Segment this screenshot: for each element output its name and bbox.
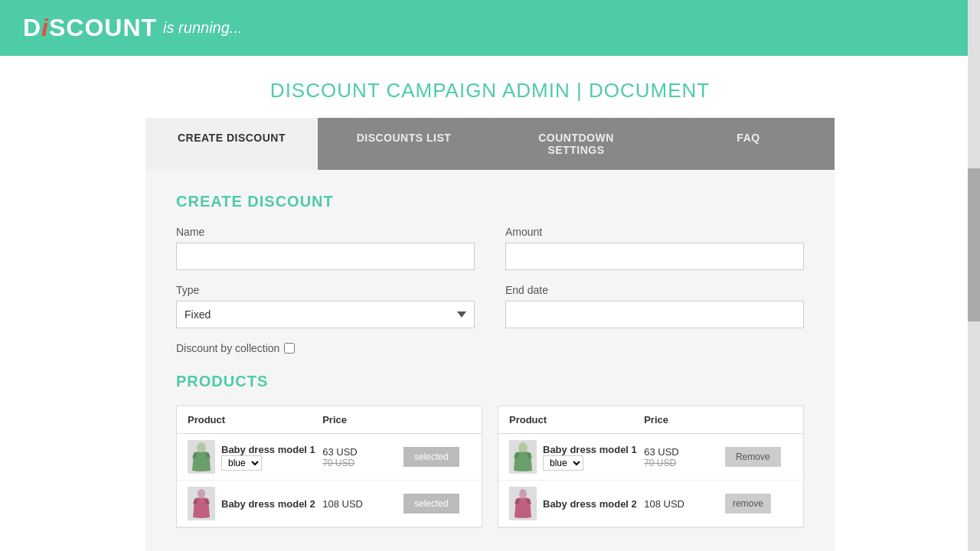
- right-variant-select-1[interactable]: blue: [543, 455, 583, 471]
- tabs-bar: CREATE DISCOUNT DISCOUNTS LIST COUNTDOWN…: [145, 118, 835, 170]
- right-product-variant-1: blue: [543, 455, 637, 471]
- app-tagline: is running...: [163, 19, 242, 37]
- left-variant-select-1[interactable]: blue: [221, 455, 262, 471]
- app-logo: DiSCOUNT: [23, 14, 157, 42]
- discount-by-collection-row: Discount by collection: [176, 342, 804, 354]
- right-product-price-2: 108 USD: [644, 498, 725, 510]
- discount-by-collection-label: Discount by collection: [176, 342, 279, 354]
- left-table-header: Product Price: [177, 406, 482, 434]
- right-product-name-1: Baby dress model 1: [543, 444, 637, 455]
- left-product-price-2: 108 USD: [322, 498, 403, 510]
- left-price-current-2: 108 USD: [322, 498, 403, 510]
- left-product-info-2: Baby dress model 2: [188, 487, 322, 520]
- tab-discounts-list[interactable]: DISCOUNTS LIST: [318, 118, 490, 170]
- right-product-name-block-2: Baby dress model 2: [543, 498, 637, 510]
- right-action-1: Remove: [725, 447, 792, 467]
- logo-d: D: [23, 14, 41, 41]
- products-grid: Product Price: [176, 406, 804, 528]
- page-title: DISCOUNT CAMPAIGN ADMIN | DOCUMENT: [0, 79, 980, 103]
- left-product-img-1: [188, 440, 215, 474]
- left-product-img-2: [188, 487, 215, 520]
- left-product-name-2: Baby dress model 2: [221, 498, 315, 510]
- amount-input[interactable]: [505, 243, 804, 270]
- right-product-info-2: Baby dress model 2: [509, 487, 644, 520]
- tab-create-discount[interactable]: CREATE DISCOUNT: [145, 118, 318, 170]
- form-group-amount: Amount: [505, 226, 804, 270]
- right-price-current-2: 108 USD: [644, 498, 725, 510]
- scrollbar-thumb[interactable]: [968, 168, 980, 321]
- right-col-action: [725, 414, 792, 425]
- svg-point-2: [518, 442, 528, 453]
- name-label: Name: [176, 226, 475, 238]
- right-table-header: Product Price: [498, 406, 803, 434]
- form-group-name: Name: [176, 226, 475, 270]
- svg-point-1: [198, 489, 205, 498]
- left-price-current-1: 63 USD: [322, 446, 403, 458]
- page-title-right: DOCUMENT: [589, 79, 710, 102]
- right-product-img-2: [509, 487, 537, 520]
- right-action-2: remove: [725, 494, 792, 514]
- form-row-name-amount: Name Amount: [176, 226, 804, 270]
- scrollbar[interactable]: [968, 0, 980, 551]
- right-product-name-block-1: Baby dress model 1 blue: [543, 444, 637, 471]
- right-product-info-1: Baby dress model 1 blue: [509, 440, 644, 474]
- left-price-original-1: 70 USD: [322, 458, 403, 468]
- end-date-input[interactable]: [505, 301, 804, 328]
- right-product-name-2: Baby dress model 2: [543, 498, 637, 510]
- page-title-left: DISCOUNT CAMPAIGN ADMIN |: [270, 79, 583, 102]
- left-product-name-block-1: Baby dress model 1 blue: [221, 444, 315, 471]
- remove-button-2[interactable]: remove: [725, 494, 771, 514]
- form-group-end-date: End date: [505, 284, 804, 328]
- selected-button-1[interactable]: selected: [403, 447, 459, 467]
- form-group-type: Type Fixed Percentage: [176, 284, 475, 328]
- left-product-price-1: 63 USD 70 USD: [322, 446, 403, 468]
- left-product-info-1: Baby dress model 1 blue: [188, 440, 322, 474]
- tab-countdown-settings[interactable]: COUNTDOWN SETTINGS: [490, 118, 662, 170]
- products-section: PRODUCTS Product Price: [176, 373, 804, 528]
- type-label: Type: [176, 284, 475, 296]
- left-col-action: [403, 414, 471, 425]
- left-action-1: selected: [403, 447, 471, 467]
- type-select[interactable]: Fixed Percentage: [176, 301, 475, 328]
- tab-faq[interactable]: FAQ: [662, 118, 835, 170]
- right-price-current-1: 63 USD: [644, 446, 725, 458]
- left-table-row-2: Baby dress model 2 108 USD selected: [177, 481, 482, 527]
- remove-button-1[interactable]: Remove: [725, 447, 781, 467]
- right-price-original-1: 70 USD: [644, 458, 725, 468]
- left-table-row: Baby dress model 1 blue 63 USD 70 USD: [177, 434, 482, 481]
- amount-label: Amount: [505, 226, 804, 238]
- svg-point-3: [519, 489, 527, 498]
- right-table-row-1: Baby dress model 1 blue 63 USD 70 USD: [498, 434, 803, 481]
- logo-slash: i: [41, 14, 49, 41]
- app-header: DiSCOUNT is running...: [0, 0, 980, 56]
- products-right-table: Product Price: [498, 406, 804, 528]
- right-table-row-2: Baby dress model 2 108 USD remove: [498, 481, 803, 527]
- form-row-type-enddate: Type Fixed Percentage End date: [176, 284, 804, 328]
- products-left-table: Product Price: [176, 406, 482, 528]
- left-product-name-1: Baby dress model 1: [221, 444, 315, 455]
- discount-by-collection-checkbox[interactable]: [284, 343, 295, 354]
- right-col-product: Product: [509, 414, 644, 425]
- left-product-name-block-2: Baby dress model 2: [221, 498, 315, 510]
- logo-rest: SCOUNT: [49, 14, 157, 41]
- products-title: PRODUCTS: [176, 373, 804, 390]
- left-product-variant-1: blue: [221, 455, 315, 471]
- svg-point-0: [197, 442, 206, 453]
- main-content: CREATE DISCOUNT Name Amount Type Fixed P…: [145, 170, 835, 551]
- name-input[interactable]: [176, 243, 475, 270]
- left-col-price: Price: [322, 414, 403, 425]
- end-date-label: End date: [505, 284, 804, 296]
- selected-button-2[interactable]: selected: [403, 494, 459, 514]
- right-product-price-1: 63 USD 70 USD: [644, 446, 725, 468]
- left-action-2: selected: [403, 494, 471, 514]
- create-discount-title: CREATE DISCOUNT: [176, 193, 804, 210]
- page-title-bar: DISCOUNT CAMPAIGN ADMIN | DOCUMENT: [0, 56, 980, 118]
- right-product-img-1: [509, 440, 537, 474]
- right-col-price: Price: [644, 414, 725, 425]
- left-col-product: Product: [188, 414, 322, 425]
